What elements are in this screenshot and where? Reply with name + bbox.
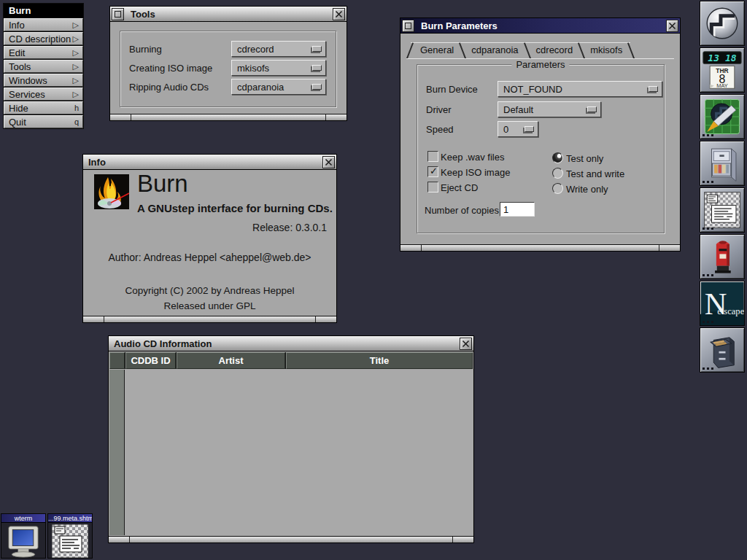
iso-popup[interactable]: mkisofs <box>231 60 326 76</box>
document-icon <box>52 524 88 558</box>
tab-mkisofs[interactable]: mkisofs <box>581 42 630 58</box>
netscape-icon: N etscape <box>700 281 744 325</box>
miniwindow-wterm[interactable]: wterm <box>1 513 46 559</box>
resize-notch <box>315 316 316 322</box>
resize-bar[interactable] <box>400 244 680 251</box>
svg-text:13 18: 13 18 <box>708 52 736 63</box>
menu-item-tools[interactable]: Tools ▷ <box>4 60 83 73</box>
resize-bar[interactable] <box>110 114 347 120</box>
svg-text:etscape: etscape <box>717 306 744 316</box>
speed-popup[interactable]: 0 <box>498 121 538 137</box>
close-button[interactable] <box>333 8 345 20</box>
menu-item-info[interactable]: Info ▷ <box>4 18 83 31</box>
miniaturize-icon <box>115 11 121 18</box>
tab-general[interactable]: General <box>411 42 462 58</box>
info-window: Info Burn A GNUstep interface for burnin… <box>82 154 337 323</box>
burning-popup[interactable]: cdrecord <box>231 41 326 57</box>
desktop: Burn Info ▷ CD description ▷ Edit ▷ Tool… <box>0 0 747 560</box>
menu-item-label: Hide <box>9 103 74 114</box>
burn-device-popup[interactable]: NOT_FOUND <box>498 81 662 97</box>
group-title: Parameters <box>511 59 569 70</box>
parameters-group: Parameters Burn Device NOT_FOUND Driver … <box>417 64 665 233</box>
close-button[interactable] <box>460 338 472 350</box>
running-indicator <box>703 368 713 370</box>
info-titlebar[interactable]: Info <box>83 155 336 170</box>
miniaturize-button[interactable] <box>112 8 124 20</box>
tools-titlebar[interactable]: Tools <box>110 7 347 22</box>
burn-device-label: Burn Device <box>426 84 478 95</box>
ripping-popup[interactable]: cdparanoia <box>231 79 326 95</box>
submenu-arrow-icon: ▷ <box>73 76 79 85</box>
menu-item-windows[interactable]: Windows ▷ <box>4 74 83 87</box>
resize-bar[interactable] <box>83 316 336 322</box>
close-icon <box>668 22 676 30</box>
test-and-write-radio[interactable] <box>552 168 563 179</box>
resize-bar[interactable] <box>109 536 473 542</box>
keep-wav-checkbox[interactable] <box>427 151 438 162</box>
dock-tile-archive-cabinet[interactable] <box>700 327 745 373</box>
menu-item-label: Services <box>9 89 73 100</box>
popup-value: mkisofs <box>237 63 269 74</box>
driver-popup[interactable]: Default <box>498 101 601 117</box>
test-only-radio[interactable] <box>552 152 563 163</box>
copies-field[interactable] <box>500 202 535 217</box>
iso-label: Creating ISO image <box>129 63 212 74</box>
gnustep-logo-icon <box>702 3 743 44</box>
popup-indicator-icon <box>312 65 322 71</box>
info-content: Burn A GNUstep interface for burning CDs… <box>83 170 336 316</box>
window-title: Tools <box>125 9 331 20</box>
svg-text:MAY: MAY <box>716 82 728 89</box>
dock-tile-mail[interactable] <box>700 234 745 279</box>
popup-indicator-icon <box>649 86 658 92</box>
menu-item-label: CD description <box>9 34 73 44</box>
driver-label: Driver <box>426 104 452 115</box>
menu-item-services[interactable]: Services ▷ <box>4 88 83 101</box>
vertical-scrollbar[interactable] <box>109 370 125 535</box>
column-header-cddb-id[interactable]: CDDB ID <box>125 352 176 369</box>
miniwindow-title: wterm <box>1 514 45 523</box>
menu-item-hide[interactable]: Hide h <box>4 101 83 114</box>
dock-tile-netscape[interactable]: N etscape <box>700 281 745 326</box>
tools-box: Burning cdrecord Creating ISO image mkis… <box>120 31 336 107</box>
tools-window: Tools Burning cdrecord Creating ISO imag… <box>109 6 347 121</box>
menu-item-label: Quit <box>9 117 74 128</box>
close-icon <box>325 158 333 166</box>
resize-notch <box>104 316 104 322</box>
editor-app-icon <box>702 190 743 230</box>
dock-tile-clock[interactable]: 13 18 THR 8 MAY <box>700 47 745 93</box>
tab-label: mkisofs <box>590 44 622 55</box>
dock-tile-editor[interactable] <box>700 187 745 233</box>
burn-parameters-window: Burn Parameters General cdparanoia cdrec… <box>400 18 681 252</box>
dock-tile-file-cabinet[interactable] <box>700 141 745 186</box>
popup-indicator-icon <box>587 106 597 112</box>
menu-item-edit[interactable]: Edit ▷ <box>4 46 83 59</box>
burn-app-icon <box>94 174 129 209</box>
tab-cdparanoia[interactable]: cdparanoia <box>462 42 526 58</box>
dock-tile-gnustep[interactable] <box>700 1 745 46</box>
submenu-arrow-icon: ▷ <box>73 20 79 30</box>
tab-label: cdrecord <box>536 44 573 55</box>
copies-label: Number of copies <box>425 205 499 216</box>
column-header-title[interactable]: Title <box>286 352 473 369</box>
burn-parameters-titlebar[interactable]: Burn Parameters <box>400 18 680 34</box>
column-header-artist[interactable]: Artist <box>177 352 285 369</box>
speed-label: Speed <box>426 124 454 135</box>
audio-cd-titlebar[interactable]: Audio CD Information <box>109 336 473 351</box>
menu-item-cd-description[interactable]: CD description ▷ <box>4 32 83 45</box>
dock-tile-paint-app[interactable] <box>700 94 745 139</box>
menu-item-quit[interactable]: Quit q <box>4 115 83 128</box>
write-only-radio[interactable] <box>552 183 563 194</box>
clock-calendar-icon: 13 18 THR 8 MAY <box>701 49 743 91</box>
tab-cdrecord[interactable]: cdrecord <box>527 42 581 58</box>
eject-cd-label: Eject CD <box>441 182 478 193</box>
keep-iso-checkbox[interactable] <box>427 166 438 177</box>
close-button[interactable] <box>322 156 335 168</box>
menu-title[interactable]: Burn <box>4 4 83 18</box>
running-indicator <box>703 181 713 183</box>
close-icon <box>335 10 343 18</box>
close-button[interactable] <box>666 20 678 32</box>
app-name: Burn <box>137 170 188 198</box>
miniwindow-shtml-doc[interactable]: ...99.meta.shtml <box>47 513 93 559</box>
miniaturize-button[interactable] <box>402 20 414 32</box>
eject-cd-checkbox[interactable] <box>427 182 438 192</box>
